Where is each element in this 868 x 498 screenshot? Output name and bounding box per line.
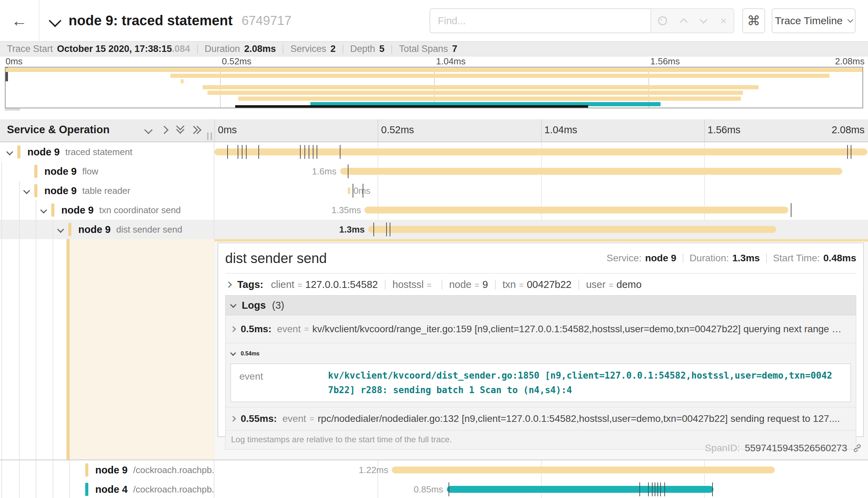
log-entry-collapsed[interactable]: 0.55ms: event = rpc/nodedialer/nodediale… xyxy=(225,407,856,431)
span-service: node 9 xyxy=(44,185,77,197)
collapse-trace-chevron-icon[interactable] xyxy=(49,14,62,27)
span-operation: traced statement xyxy=(65,147,132,157)
log-field-key: event xyxy=(277,324,301,335)
log-entry-collapsed[interactable]: 0.5ms: event = kv/kvclient/kvcoord/range… xyxy=(225,315,856,343)
next-match-icon[interactable] xyxy=(699,16,707,24)
span-id-row: SpanID: 5597415943526560273 xyxy=(705,439,862,457)
log-tick-marker xyxy=(309,145,309,159)
view-selector-label: Trace Timeline xyxy=(775,15,843,27)
span-duration-label: 0.85ms xyxy=(414,484,443,495)
minimap-tick-label: 0ms xyxy=(6,56,23,67)
span-expand-chevron[interactable] xyxy=(53,227,68,232)
span-name-cell[interactable]: node 9 traced statement xyxy=(0,142,214,162)
indent-guide xyxy=(19,239,20,460)
span-duration-bar[interactable] xyxy=(340,168,842,175)
detail-meta: Service: node 9 Duration: 1.3ms Start Ti… xyxy=(606,253,856,264)
span-name-cell[interactable]: node 9 table reader xyxy=(0,181,214,200)
log-tick-marker xyxy=(655,482,655,496)
expand-one-icon[interactable] xyxy=(161,127,167,133)
span-timeline-cell[interactable]: 0.85ms xyxy=(214,480,868,498)
prev-match-icon[interactable] xyxy=(680,18,688,26)
tag-key: node xyxy=(449,279,472,290)
span-color-bar xyxy=(51,203,54,217)
span-duration-bar[interactable] xyxy=(368,226,776,233)
span-duration-bar[interactable] xyxy=(348,187,350,194)
depth-label: Depth xyxy=(350,44,375,54)
log-field-key: event xyxy=(282,413,306,424)
tag-value: 127.0.0.1:54582 xyxy=(305,279,378,290)
span-name-cell[interactable]: node 9 /cockroach.roachpb.I… xyxy=(0,460,214,480)
tags-row[interactable]: Tags: client=127.0.0.1:54582hostssl=node… xyxy=(225,274,856,295)
tag-value: 9 xyxy=(482,279,488,290)
divider xyxy=(578,280,579,289)
span-timeline-cell[interactable]: 1.6ms xyxy=(214,162,868,181)
span-duration-bar[interactable] xyxy=(447,486,714,493)
span-detail-card: dist sender send Service: node 9 Duratio… xyxy=(218,243,864,437)
log-tick-marker xyxy=(348,164,348,178)
log-tick-marker xyxy=(664,482,665,496)
copy-link-icon[interactable] xyxy=(852,443,862,453)
logs-header[interactable]: Logs (3) xyxy=(225,296,856,315)
back-button[interactable]: ← xyxy=(0,0,39,41)
log-tick-marker xyxy=(712,482,713,496)
clear-find-icon[interactable]: × xyxy=(720,15,727,26)
span-expand-chevron[interactable] xyxy=(2,150,17,154)
minimap-drag-handle[interactable] xyxy=(5,108,20,111)
view-selector-button[interactable]: Trace Timeline xyxy=(772,8,856,33)
span-timeline-cell[interactable] xyxy=(214,142,868,162)
span-name-cell[interactable]: node 4 /cockroach.roachpb.I… xyxy=(0,480,214,498)
log-expanded-header[interactable]: 0.54ms xyxy=(225,346,856,361)
span-row-dist-sender-send: node 9 dist sender send 1.3ms xyxy=(0,220,868,239)
tag[interactable]: user=demo xyxy=(586,279,641,290)
detail-span-title: dist sender send xyxy=(225,251,327,266)
trace-start-label: Trace Start xyxy=(7,44,53,54)
log-tick-marker xyxy=(847,145,848,159)
tag[interactable]: client=127.0.0.1:54582 xyxy=(271,279,378,290)
start-time-label: Start Time: xyxy=(773,253,820,264)
column-resize-handle[interactable] xyxy=(207,133,212,140)
minimap-canvas[interactable] xyxy=(5,67,863,108)
span-timeline-cell[interactable]: 0ms xyxy=(214,181,868,200)
tag[interactable]: hostssl= xyxy=(392,279,435,290)
tag[interactable]: node=9 xyxy=(449,279,488,290)
find-input[interactable] xyxy=(429,8,650,33)
span-color-bar xyxy=(85,483,88,496)
divider xyxy=(385,280,386,289)
expand-all-icon[interactable] xyxy=(193,127,200,133)
log-tick-marker xyxy=(313,145,313,159)
find-group: × xyxy=(429,8,734,33)
span-duration-bar[interactable] xyxy=(392,467,775,473)
span-expand-chevron[interactable] xyxy=(36,208,51,212)
tag[interactable]: txn=00427b22 xyxy=(503,279,572,290)
span-timeline-cell[interactable]: 1.3ms xyxy=(214,220,868,239)
span-id-label: SpanID: xyxy=(705,443,740,454)
span-timeline-cell[interactable]: 1.22ms xyxy=(214,460,868,480)
span-name-cell[interactable]: node 9 txn coordinator send xyxy=(0,200,214,220)
detail-header: dist sender send Service: node 9 Duratio… xyxy=(225,243,856,274)
span-expand-chevron[interactable] xyxy=(19,188,34,193)
span-color-bar xyxy=(34,165,37,178)
log-timestamp: 0.5ms: xyxy=(241,324,272,335)
trace-id: 6749717 xyxy=(241,13,291,28)
span-row-traced-statement: node 9 traced statement xyxy=(0,142,868,162)
chevron-right-icon xyxy=(230,326,236,332)
span-row-node9-batch: node 9 /cockroach.roachpb.I… 1.22ms xyxy=(0,460,868,480)
match-highlight-icon[interactable] xyxy=(658,16,667,25)
chevron-right-icon xyxy=(230,416,236,422)
collapse-all-icon[interactable] xyxy=(177,126,183,133)
tag-value: 00427b22 xyxy=(527,279,572,290)
span-operation: txn coordinator send xyxy=(99,205,181,216)
service-label: Service: xyxy=(606,253,641,264)
collapse-one-icon[interactable] xyxy=(145,127,151,133)
span-name-cell[interactable]: node 9 flow xyxy=(0,162,214,181)
span-name-cell[interactable]: node 9 dist sender send xyxy=(0,220,214,239)
service-value: node 9 xyxy=(645,253,676,264)
log-timestamp: 0.55ms: xyxy=(241,413,277,424)
span-duration-bar[interactable] xyxy=(364,207,788,214)
log-tick-marker xyxy=(648,482,649,496)
log-tick-marker xyxy=(390,223,390,236)
log-tick-marker xyxy=(227,145,228,159)
trace-title-group: node 9: traced statement 6749717 xyxy=(51,0,292,41)
keyboard-shortcuts-button[interactable]: ⌘ xyxy=(742,8,765,33)
span-timeline-cell[interactable]: 1.35ms xyxy=(214,200,868,220)
